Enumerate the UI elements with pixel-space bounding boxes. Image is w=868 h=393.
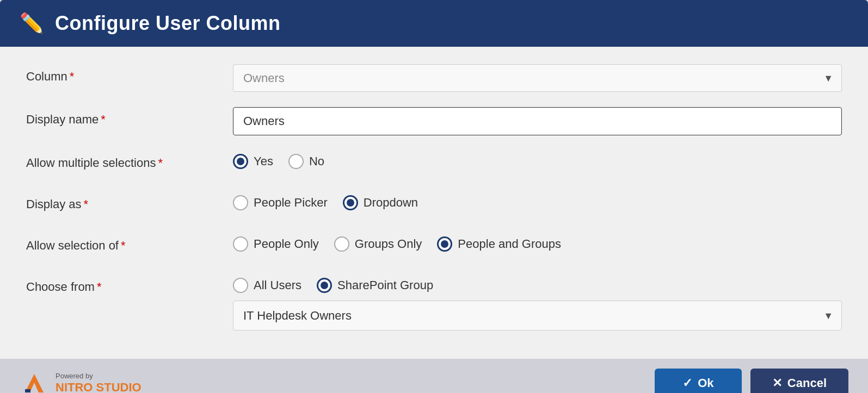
allow-multiple-row: Allow multiple selections* Yes No (26, 151, 842, 177)
dialog-footer: Powered by NITRO STUDIO ✓ Ok ✕ Cancel (0, 359, 868, 393)
choose-from-sharepoint-group-radio[interactable] (317, 278, 332, 293)
display-as-people-picker-option[interactable]: People Picker (233, 195, 328, 210)
display-as-dropdown-label: Dropdown (364, 196, 418, 210)
nitro-logo-icon (20, 369, 49, 393)
choose-from-label: Choose from* (26, 275, 233, 294)
cancel-x-icon: ✕ (772, 376, 782, 390)
choose-from-sharepoint-group-label: SharePoint Group (337, 278, 433, 292)
allow-multiple-no-label: No (309, 154, 324, 169)
allow-selection-row: Allow selection of* People Only Groups O… (26, 233, 842, 259)
allow-selection-people-and-groups-radio[interactable] (437, 236, 452, 252)
allow-multiple-yes-label: Yes (254, 154, 273, 169)
allow-multiple-no-option[interactable]: No (288, 154, 324, 169)
powered-by-text: Powered by (56, 372, 141, 380)
ok-label: Ok (698, 376, 713, 390)
dialog-title: Configure User Column (55, 12, 281, 35)
display-as-control: People Picker Dropdown (233, 192, 842, 210)
display-as-radio-group: People Picker Dropdown (233, 192, 842, 210)
allow-selection-people-only-radio[interactable] (233, 236, 248, 252)
nitro-branding: Powered by NITRO STUDIO (20, 369, 141, 393)
allow-selection-people-only-label: People Only (254, 237, 319, 251)
choose-from-all-users-radio[interactable] (233, 278, 248, 293)
column-select[interactable]: Owners (233, 64, 842, 92)
group-select-wrapper: IT Helpdesk Owners Site Members Site Own… (233, 301, 842, 330)
display-as-row: Display as* People Picker Dropdown (26, 192, 842, 218)
allow-selection-people-and-groups-option[interactable]: People and Groups (437, 236, 561, 252)
choose-from-required-star: * (97, 280, 102, 294)
choose-from-control: All Users SharePoint Group IT Helpdesk O… (233, 275, 842, 330)
display-name-row: Display name* (26, 107, 842, 135)
cancel-button[interactable]: ✕ Cancel (750, 369, 848, 393)
nitro-text: NITRO (56, 380, 93, 393)
footer-buttons: ✓ Ok ✕ Cancel (655, 369, 848, 393)
svg-rect-2 (25, 389, 30, 392)
display-name-required-star: * (101, 113, 106, 126)
dialog-header: ✏️ Configure User Column (0, 0, 868, 47)
allow-selection-control: People Only Groups Only People and Group… (233, 233, 842, 252)
allow-selection-radio-group: People Only Groups Only People and Group… (233, 233, 842, 252)
allow-multiple-required-star: * (158, 156, 163, 170)
column-select-wrapper: Owners ▼ (233, 64, 842, 92)
pencil-icon: ✏️ (20, 12, 44, 35)
display-as-dropdown-option[interactable]: Dropdown (343, 195, 418, 210)
display-as-required-star: * (83, 197, 88, 211)
choose-from-radio-group: All Users SharePoint Group (233, 275, 842, 293)
choose-from-all-users-option[interactable]: All Users (233, 278, 301, 293)
choose-from-row: Choose from* All Users SharePoint Group (26, 275, 842, 330)
allow-multiple-radio-group: Yes No (233, 151, 842, 169)
allow-selection-required-star: * (121, 239, 126, 252)
display-as-label: Display as* (26, 192, 233, 211)
allow-selection-groups-only-label: Groups Only (355, 237, 422, 251)
allow-multiple-label: Allow multiple selections* (26, 151, 233, 170)
studio-text: STUDIO (96, 380, 141, 393)
configure-user-column-dialog: ✏️ Configure User Column Column* Owners … (0, 0, 868, 393)
nitro-text-block: Powered by NITRO STUDIO (56, 372, 141, 393)
allow-multiple-control: Yes No (233, 151, 842, 169)
nitro-studio-text: NITRO STUDIO (56, 380, 141, 393)
column-label: Column* (26, 64, 233, 84)
group-select[interactable]: IT Helpdesk Owners Site Members Site Own… (233, 301, 842, 330)
column-row: Column* Owners ▼ (26, 64, 842, 92)
dialog-body: Column* Owners ▼ Display name* Allow mul… (0, 47, 868, 359)
choose-from-sharepoint-group-option[interactable]: SharePoint Group (317, 278, 433, 293)
allow-multiple-no-radio[interactable] (288, 154, 304, 169)
allow-selection-people-and-groups-label: People and Groups (458, 237, 561, 251)
display-as-people-picker-radio[interactable] (233, 195, 248, 210)
allow-selection-groups-only-option[interactable]: Groups Only (334, 236, 422, 252)
cancel-label: Cancel (787, 376, 827, 390)
ok-button[interactable]: ✓ Ok (655, 369, 742, 393)
display-as-dropdown-radio[interactable] (343, 195, 358, 210)
display-name-control (233, 107, 842, 135)
allow-multiple-yes-option[interactable]: Yes (233, 154, 273, 169)
column-required-star: * (70, 70, 75, 83)
allow-selection-groups-only-radio[interactable] (334, 236, 349, 252)
display-name-input[interactable] (233, 107, 842, 135)
ok-check-icon: ✓ (682, 376, 692, 390)
allow-selection-people-only-option[interactable]: People Only (233, 236, 319, 252)
display-as-people-picker-label: People Picker (254, 196, 328, 210)
allow-multiple-yes-radio[interactable] (233, 154, 248, 169)
allow-selection-label: Allow selection of* (26, 233, 233, 253)
choose-from-all-users-label: All Users (254, 278, 301, 292)
display-name-label: Display name* (26, 107, 233, 127)
